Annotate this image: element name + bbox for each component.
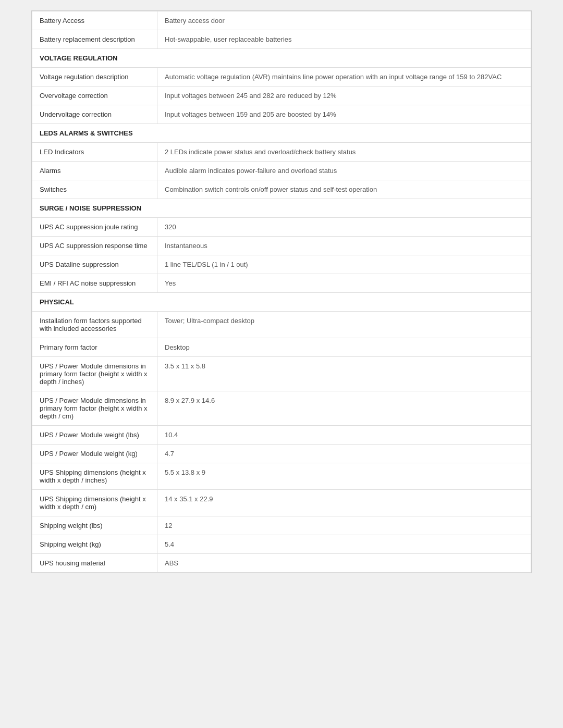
table-row: Shipping weight (lbs)12 — [32, 516, 531, 535]
table-row: Installation form factors supported with… — [32, 312, 531, 338]
row-label: Battery Access — [32, 11, 157, 30]
row-value: 1 line TEL/DSL (1 in / 1 out) — [157, 255, 531, 274]
table-row: Undervoltage correctionInput voltages be… — [32, 105, 531, 124]
row-value: 5.5 x 13.8 x 9 — [157, 463, 531, 490]
row-label: Installation form factors supported with… — [32, 312, 157, 338]
row-value: 320 — [157, 218, 531, 237]
row-label: LED Indicators — [32, 143, 157, 162]
row-value: 3.5 x 11 x 5.8 — [157, 357, 531, 391]
table-row: UPS AC suppression response timeInstanta… — [32, 237, 531, 255]
table-row: Shipping weight (kg)5.4 — [32, 535, 531, 554]
row-label: Shipping weight (kg) — [32, 535, 157, 554]
row-value: 5.4 — [157, 535, 531, 554]
spec-table-container: Battery AccessBattery access doorBattery… — [31, 10, 532, 573]
row-label: UPS AC suppression joule rating — [32, 218, 157, 237]
row-label: Primary form factor — [32, 338, 157, 357]
row-value: Hot-swappable, user replaceable batterie… — [157, 30, 531, 49]
row-value: 12 — [157, 516, 531, 535]
spec-table: Battery AccessBattery access doorBattery… — [32, 11, 531, 573]
table-row: SwitchesCombination switch controls on/o… — [32, 180, 531, 199]
table-row: UPS / Power Module weight (kg)4.7 — [32, 445, 531, 463]
row-label: EMI / RFI AC noise suppression — [32, 274, 157, 293]
row-label: Voltage regulation description — [32, 68, 157, 87]
row-label: Alarms — [32, 162, 157, 180]
table-row: UPS AC suppression joule rating320 — [32, 218, 531, 237]
table-row: Voltage regulation descriptionAutomatic … — [32, 68, 531, 87]
row-label: Battery replacement description — [32, 30, 157, 49]
section-header: SURGE / NOISE SUPPRESSION — [32, 199, 531, 218]
table-row: UPS housing materialABS — [32, 554, 531, 573]
table-row: UPS Dataline suppression1 line TEL/DSL (… — [32, 255, 531, 274]
table-row: Primary form factorDesktop — [32, 338, 531, 357]
row-label: Undervoltage correction — [32, 105, 157, 124]
table-row: EMI / RFI AC noise suppressionYes — [32, 274, 531, 293]
row-value: ABS — [157, 554, 531, 573]
row-label: Shipping weight (lbs) — [32, 516, 157, 535]
row-label: UPS / Power Module dimensions in primary… — [32, 357, 157, 391]
row-value: 4.7 — [157, 445, 531, 463]
row-label: UPS / Power Module weight (kg) — [32, 445, 157, 463]
table-row: UPS / Power Module dimensions in primary… — [32, 357, 531, 391]
row-value: Input voltages between 159 and 205 are b… — [157, 105, 531, 124]
row-value: 14 x 35.1 x 22.9 — [157, 490, 531, 516]
table-row: Overvoltage correctionInput voltages bet… — [32, 87, 531, 105]
row-label: UPS AC suppression response time — [32, 237, 157, 255]
table-row: UPS Shipping dimensions (height x width … — [32, 490, 531, 516]
row-value: 8.9 x 27.9 x 14.6 — [157, 391, 531, 426]
row-value: Combination switch controls on/off power… — [157, 180, 531, 199]
row-value: Instantaneous — [157, 237, 531, 255]
row-label: UPS Dataline suppression — [32, 255, 157, 274]
row-label: UPS Shipping dimensions (height x width … — [32, 490, 157, 516]
table-row: UPS / Power Module dimensions in primary… — [32, 391, 531, 426]
section-header: VOLTAGE REGULATION — [32, 49, 531, 68]
table-row: UPS / Power Module weight (lbs)10.4 — [32, 426, 531, 445]
table-row: Battery replacement descriptionHot-swapp… — [32, 30, 531, 49]
section-header: PHYSICAL — [32, 293, 531, 312]
row-value: Desktop — [157, 338, 531, 357]
row-value: Battery access door — [157, 11, 531, 30]
table-row: LED Indicators2 LEDs indicate power stat… — [32, 143, 531, 162]
table-row: UPS Shipping dimensions (height x width … — [32, 463, 531, 490]
row-value: Tower; Ultra-compact desktop — [157, 312, 531, 338]
row-value: 2 LEDs indicate power status and overloa… — [157, 143, 531, 162]
row-label: Overvoltage correction — [32, 87, 157, 105]
row-value: Audible alarm indicates power-failure an… — [157, 162, 531, 180]
section-header: LEDS ALARMS & SWITCHES — [32, 124, 531, 143]
row-value: Input voltages between 245 and 282 are r… — [157, 87, 531, 105]
row-value: Yes — [157, 274, 531, 293]
row-label: UPS / Power Module dimensions in primary… — [32, 391, 157, 426]
row-label: UPS housing material — [32, 554, 157, 573]
row-label: UPS Shipping dimensions (height x width … — [32, 463, 157, 490]
row-value: 10.4 — [157, 426, 531, 445]
row-label: UPS / Power Module weight (lbs) — [32, 426, 157, 445]
table-row: Battery AccessBattery access door — [32, 11, 531, 30]
row-label: Switches — [32, 180, 157, 199]
table-row: AlarmsAudible alarm indicates power-fail… — [32, 162, 531, 180]
row-value: Automatic voltage regulation (AVR) maint… — [157, 68, 531, 87]
